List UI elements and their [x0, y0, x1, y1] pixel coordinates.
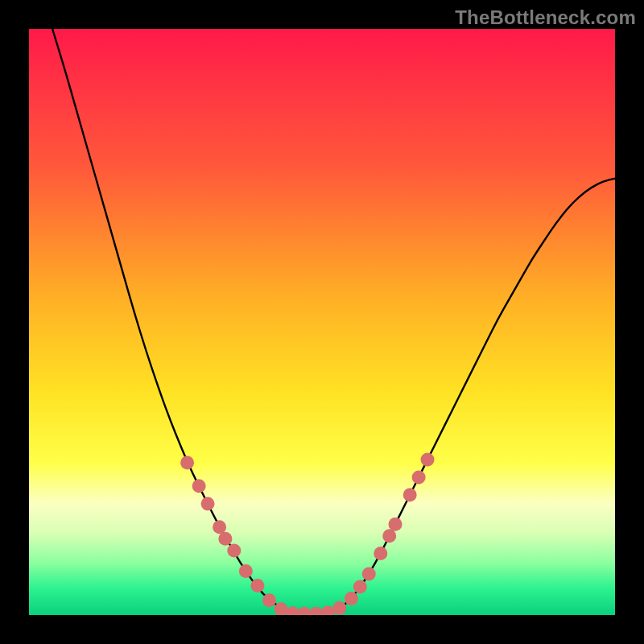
- curve-marker: [192, 479, 206, 493]
- curve-marker: [362, 568, 376, 581]
- curve-marker: [180, 456, 194, 469]
- curve-marker: [213, 520, 226, 534]
- curve-marker: [201, 497, 215, 510]
- curve-marker: [250, 579, 264, 592]
- curve-marker: [403, 488, 417, 502]
- curve-marker: [412, 470, 426, 484]
- curve-marker: [218, 532, 232, 546]
- chart-frame: [29, 29, 615, 615]
- curve-marker: [227, 543, 241, 557]
- curve-marker: [332, 601, 346, 615]
- watermark-text: TheBottleneck.com: [455, 6, 636, 29]
- chart-svg: [29, 29, 615, 615]
- curve-marker: [421, 453, 435, 467]
- curve-marker: [382, 529, 396, 543]
- curve-marker: [353, 580, 367, 594]
- curve-marker: [374, 547, 387, 560]
- curve-marker: [262, 593, 276, 607]
- gradient-background: [29, 29, 615, 615]
- curve-marker: [345, 592, 358, 605]
- curve-marker: [239, 564, 253, 578]
- curve-marker: [389, 518, 402, 531]
